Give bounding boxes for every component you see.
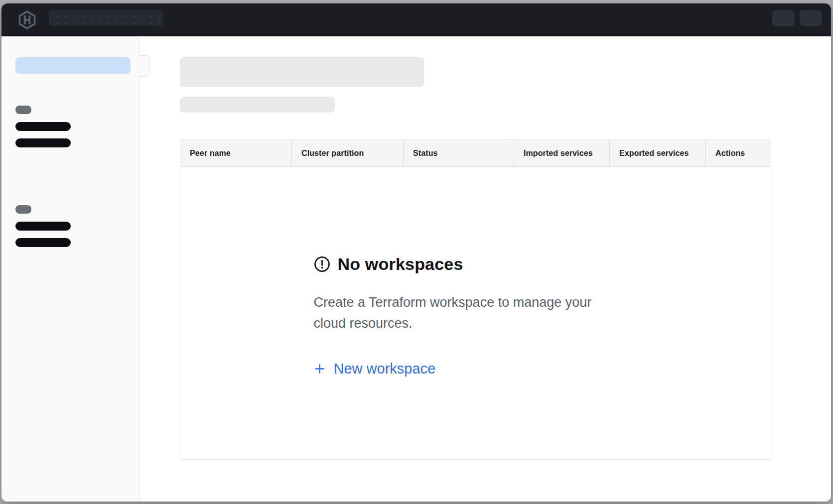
app-window: Peer name Cluster partition Status Impor… bbox=[1, 3, 831, 502]
topbar-search-skeleton[interactable] bbox=[49, 10, 163, 26]
column-header-cluster-partition: Cluster partition bbox=[291, 140, 403, 166]
topbar-action-skeleton-2[interactable] bbox=[800, 10, 822, 26]
page-subtitle-skeleton bbox=[180, 97, 335, 113]
empty-state-title: No workspaces bbox=[338, 254, 463, 274]
sidebar-item-skeleton-2[interactable] bbox=[15, 138, 71, 147]
column-header-peer-name: Peer name bbox=[180, 140, 291, 166]
sidebar-collapse-handle[interactable] bbox=[139, 55, 150, 77]
column-header-exported-services: Exported services bbox=[609, 140, 705, 166]
new-workspace-label: New workspace bbox=[334, 361, 436, 377]
topbar-action-skeleton-1[interactable] bbox=[772, 10, 795, 26]
table-body: No workspaces Create a Terraform workspa… bbox=[180, 167, 771, 460]
empty-state-description: Create a Terraform workspace to manage y… bbox=[314, 292, 613, 334]
topbar bbox=[1, 3, 831, 36]
sidebar-active-item-skeleton[interactable] bbox=[15, 57, 131, 74]
sidebar-item-skeleton-4[interactable] bbox=[15, 238, 71, 247]
plus-icon bbox=[314, 363, 325, 375]
column-header-imported-services: Imported services bbox=[514, 140, 609, 166]
sidebar-item-skeleton-1[interactable] bbox=[15, 122, 71, 131]
column-header-status: Status bbox=[403, 140, 514, 166]
main-content: Peer name Cluster partition Status Impor… bbox=[139, 36, 831, 502]
table-header-row: Peer name Cluster partition Status Impor… bbox=[180, 139, 771, 167]
sidebar-section-label-skeleton-2 bbox=[15, 205, 31, 214]
empty-state: No workspaces Create a Terraform workspa… bbox=[314, 254, 638, 377]
column-header-actions: Actions bbox=[705, 140, 771, 166]
alert-circle-icon bbox=[314, 256, 330, 272]
new-workspace-link[interactable]: New workspace bbox=[314, 361, 436, 377]
hashicorp-logo-icon[interactable] bbox=[18, 10, 36, 29]
page-title-skeleton bbox=[180, 57, 424, 87]
sidebar-section-label-skeleton-1 bbox=[15, 106, 31, 114]
sidebar bbox=[1, 36, 139, 502]
empty-state-header: No workspaces bbox=[314, 254, 638, 274]
peers-table: Peer name Cluster partition Status Impor… bbox=[180, 139, 771, 460]
sidebar-item-skeleton-3[interactable] bbox=[15, 222, 71, 231]
topbar-actions bbox=[772, 10, 822, 26]
